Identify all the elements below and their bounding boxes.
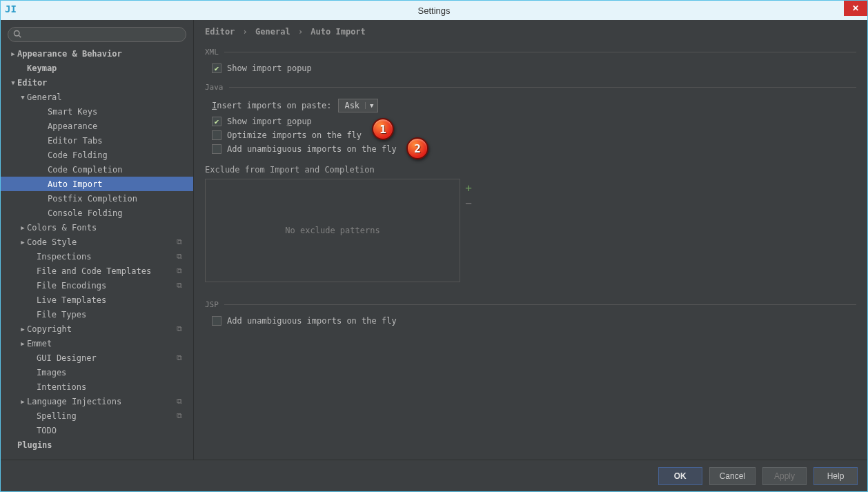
chevron-right-icon: ▶: [19, 239, 27, 246]
sidebar-item-label: Copyright: [27, 324, 72, 334]
sidebar-item-plugins[interactable]: Plugins: [1, 437, 193, 452]
project-scope-icon: ⧉: [177, 237, 186, 246]
sidebar-item-file-and-code-templates[interactable]: File and Code Templates⧉: [1, 264, 193, 278]
sidebar-item-label: Spelling: [37, 411, 77, 421]
jsp-unambiguous-checkbox[interactable]: [212, 316, 221, 326]
sidebar-item-label: Emmet: [27, 339, 52, 348]
section-title: Java: [205, 83, 224, 92]
chevron-right-icon: ▶: [19, 398, 27, 405]
sidebar-item-intentions[interactable]: Intentions: [1, 380, 193, 394]
sidebar-item-label: Appearance: [48, 121, 97, 131]
java-show-import-popup-checkbox[interactable]: [212, 117, 221, 126]
sidebar-item-postfix-completion[interactable]: Postfix Completion: [1, 191, 193, 206]
project-scope-icon: ⧉: [177, 266, 186, 275]
sidebar-item-inspections[interactable]: Inspections⧉: [1, 249, 193, 264]
ok-button[interactable]: OK: [658, 467, 702, 485]
sidebar-item-file-types[interactable]: File Types: [1, 307, 193, 322]
project-scope-icon: ⧉: [177, 411, 186, 420]
exclude-box: No exclude patterns + −: [205, 179, 856, 282]
minus-icon: −: [465, 197, 472, 210]
sidebar-item-label: Auto Import: [48, 179, 102, 189]
java-unambiguous-checkbox[interactable]: [212, 144, 221, 154]
sidebar-item-general[interactable]: ▼General: [1, 90, 193, 104]
chevron-down-icon: ▼: [19, 94, 27, 101]
sidebar-item-appearance[interactable]: Appearance: [1, 119, 193, 133]
sidebar-item-label: Live Templates: [37, 295, 106, 305]
annotation-1: 1: [372, 118, 394, 140]
sidebar-item-label: Code Folding: [48, 150, 108, 160]
close-icon: ✕: [852, 3, 859, 13]
exclude-title: Exclude from Import and Completion: [205, 165, 856, 175]
section-xml: XML: [205, 48, 856, 57]
sidebar-item-copyright[interactable]: ▶Copyright⧉: [1, 322, 193, 336]
titlebar: JI Settings ✕: [1, 1, 867, 20]
sidebar-item-auto-import[interactable]: Auto Import: [1, 177, 193, 191]
sidebar-item-appearance-behavior[interactable]: ▶Appearance & Behavior: [1, 46, 193, 61]
exclude-list[interactable]: No exclude patterns: [205, 179, 460, 282]
settings-tree[interactable]: ▶Appearance & BehaviorKeymap▼Editor▼Gene…: [1, 46, 193, 460]
sidebar-item-emmet[interactable]: ▶Emmet: [1, 336, 193, 351]
sidebar-item-label: Code Style: [27, 237, 77, 247]
sidebar-item-images[interactable]: Images: [1, 365, 193, 380]
sidebar-item-label: Intentions: [37, 382, 86, 392]
sidebar: ▶Appearance & BehaviorKeymap▼Editor▼Gene…: [1, 20, 194, 460]
sidebar-item-editor-tabs[interactable]: Editor Tabs: [1, 133, 193, 148]
sidebar-item-label: Colors & Fonts: [27, 223, 97, 233]
java-optimize-label: Optimize imports on the fly: [227, 130, 362, 140]
sidebar-item-label: Appearance & Behavior: [17, 49, 122, 59]
java-show-import-popup-row: Show import popup: [212, 117, 856, 126]
apply-button[interactable]: Apply: [762, 467, 807, 485]
search-input[interactable]: [8, 27, 186, 42]
sidebar-item-smart-keys[interactable]: Smart Keys: [1, 104, 193, 119]
java-insert-select[interactable]: Ask ▼: [338, 99, 378, 112]
sidebar-item-live-templates[interactable]: Live Templates: [1, 293, 193, 307]
sidebar-item-keymap[interactable]: Keymap: [1, 61, 193, 75]
sidebar-item-code-completion[interactable]: Code Completion: [1, 162, 193, 177]
breadcrumb: Editor › General › Auto Import: [205, 27, 856, 37]
sidebar-item-label: Language Injections: [27, 397, 121, 406]
section-java: Java: [205, 83, 856, 92]
sidebar-item-file-encodings[interactable]: File Encodings⧉: [1, 278, 193, 293]
sidebar-item-label: Images: [37, 368, 66, 377]
exclude-remove-button[interactable]: −: [462, 197, 475, 209]
project-scope-icon: ⧉: [177, 324, 186, 333]
footer: OK Cancel Apply Help: [1, 460, 867, 491]
window-title: Settings: [418, 6, 451, 16]
cancel-button[interactable]: Cancel: [709, 467, 756, 485]
exclude-add-button[interactable]: +: [462, 181, 475, 194]
chevron-right-icon: ›: [243, 27, 248, 37]
sidebar-item-label: Editor Tabs: [48, 136, 102, 146]
breadcrumb-part: General: [255, 27, 290, 37]
sidebar-item-label: TODO: [37, 426, 57, 435]
sidebar-item-label: Console Folding: [48, 208, 122, 218]
project-scope-icon: ⧉: [177, 252, 186, 261]
sidebar-item-editor[interactable]: ▼Editor: [1, 75, 193, 90]
sidebar-item-label: File and Code Templates: [37, 266, 151, 276]
sidebar-item-console-folding[interactable]: Console Folding: [1, 206, 193, 220]
chevron-right-icon: ›: [298, 27, 303, 37]
java-insert-row: Insert imports on paste: Ask ▼: [212, 99, 856, 112]
section-title: XML: [205, 48, 219, 57]
sidebar-item-colors-fonts[interactable]: ▶Colors & Fonts: [1, 220, 193, 235]
java-optimize-checkbox[interactable]: [212, 130, 221, 140]
sidebar-item-language-injections[interactable]: ▶Language Injections⧉: [1, 394, 193, 409]
section-jsp: JSP: [205, 300, 856, 309]
java-unambiguous-row: Add unambiguous imports on the fly 2: [212, 144, 856, 154]
sidebar-item-label: General: [27, 92, 62, 102]
annotation-2: 2: [406, 137, 428, 159]
xml-show-import-popup-checkbox[interactable]: [212, 63, 221, 73]
project-scope-icon: ⧉: [177, 353, 186, 362]
sidebar-item-todo[interactable]: TODO: [1, 423, 193, 437]
java-unambiguous-label: Add unambiguous imports on the fly: [227, 144, 397, 154]
sidebar-item-label: GUI Designer: [37, 353, 97, 363]
section-title: JSP: [205, 300, 219, 309]
sidebar-item-gui-designer[interactable]: GUI Designer⧉: [1, 351, 193, 365]
help-button[interactable]: Help: [813, 467, 858, 485]
sidebar-item-code-folding[interactable]: Code Folding: [1, 148, 193, 162]
sidebar-item-code-style[interactable]: ▶Code Style⧉: [1, 235, 193, 249]
close-button[interactable]: ✕: [844, 1, 867, 16]
sidebar-item-label: Code Completion: [48, 165, 122, 175]
sidebar-item-spelling[interactable]: Spelling⧉: [1, 409, 193, 423]
chevron-right-icon: ▶: [19, 224, 27, 231]
xml-show-import-popup-row: Show import popup: [212, 63, 856, 73]
